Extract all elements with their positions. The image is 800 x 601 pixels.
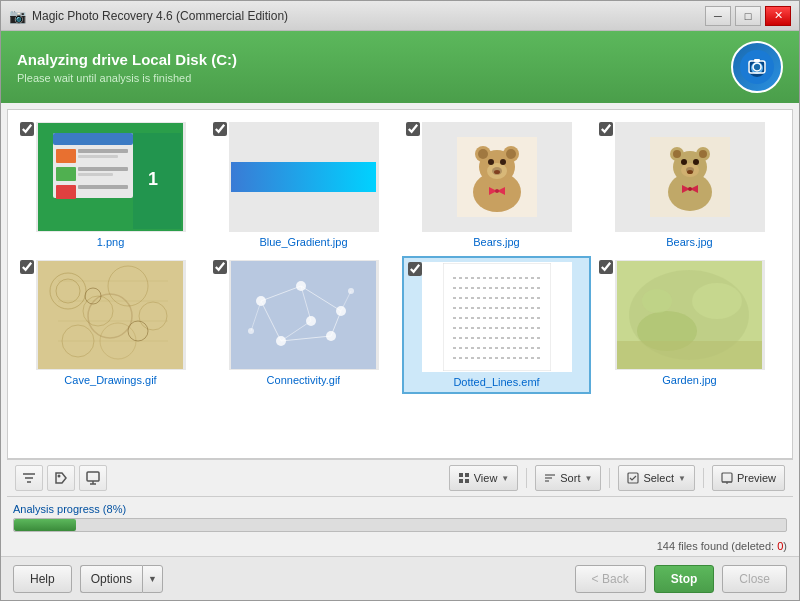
status-suffix: ): [783, 540, 787, 552]
status-bar: 144 files found (deleted: 0): [1, 538, 799, 556]
options-button[interactable]: Options: [80, 565, 142, 593]
svg-point-32: [494, 170, 500, 174]
svg-rect-17: [78, 185, 128, 189]
sort-dropdown[interactable]: Sort ▼: [535, 465, 601, 491]
main-content: 1 1.png Blue_Gradient.jpg: [1, 103, 799, 600]
thumbnail-item[interactable]: Garden.jpg: [595, 256, 784, 394]
toolbar-right: View ▼ Sort ▼: [449, 465, 785, 491]
view-arrow: ▼: [501, 474, 509, 483]
connectivity-preview: [231, 261, 376, 369]
export-icon: [86, 471, 100, 485]
options-button-wrap: Options ▼: [80, 565, 163, 593]
garden-preview: [617, 261, 762, 369]
svg-rect-98: [617, 341, 762, 369]
back-button[interactable]: < Back: [575, 565, 646, 593]
filter-icon: [22, 471, 36, 485]
gradient-preview: [231, 162, 376, 192]
minimize-button[interactable]: ─: [705, 6, 731, 26]
svg-rect-84: [443, 263, 551, 371]
filter-button[interactable]: [15, 465, 43, 491]
svg-rect-13: [56, 167, 76, 181]
help-button[interactable]: Help: [13, 565, 72, 593]
thumb-checkbox-2[interactable]: [213, 122, 227, 136]
select-dropdown[interactable]: Select ▼: [618, 465, 695, 491]
thumbnail-area[interactable]: 1 1.png Blue_Gradient.jpg: [7, 109, 793, 459]
svg-rect-109: [459, 479, 463, 483]
thumb-image-2: [229, 122, 379, 232]
svg-point-103: [58, 475, 61, 478]
thumb-label-1: 1.png: [97, 236, 125, 248]
status-text: 144 files found (deleted:: [657, 540, 777, 552]
thumb-checkbox-7[interactable]: [408, 262, 422, 276]
view-icon: [458, 472, 470, 484]
svg-rect-12: [78, 155, 118, 158]
cave-preview: [38, 261, 183, 369]
svg-point-30: [500, 159, 506, 165]
bear-preview-1: [457, 137, 537, 217]
svg-point-75: [296, 281, 306, 291]
thumbnail-item[interactable]: Cave_Drawings.gif: [16, 256, 205, 394]
progress-label: Analysis progress (8%): [13, 503, 787, 515]
preview-label: Preview: [737, 472, 776, 484]
stop-button[interactable]: Stop: [654, 565, 715, 593]
svg-point-29: [488, 159, 494, 165]
svg-rect-9: [53, 133, 133, 145]
svg-point-26: [478, 149, 488, 159]
thumbnail-item[interactable]: Blue_Gradient.jpg: [209, 118, 398, 252]
options-dropdown-arrow[interactable]: ▼: [142, 565, 163, 593]
view-label: View: [474, 472, 498, 484]
svg-point-35: [495, 189, 499, 193]
thumbnail-item[interactable]: 1 1.png: [16, 118, 205, 252]
toolbar-divider-2: [609, 468, 610, 488]
dotted-preview: [443, 263, 551, 371]
svg-point-77: [276, 336, 286, 346]
progress-bar-bg: [13, 518, 787, 532]
bear-preview-2: [650, 137, 730, 217]
thumb-label-6: Connectivity.gif: [267, 374, 341, 386]
thumbnail-item-selected[interactable]: Dotted_Lines.emf: [402, 256, 591, 394]
preview-button[interactable]: Preview: [712, 465, 785, 491]
close-button[interactable]: ✕: [765, 6, 791, 26]
main-window: 📷 Magic Photo Recovery 4.6 (Commercial E…: [0, 0, 800, 601]
header-section: Analyzing drive Local Disk (C:) Please w…: [1, 31, 799, 103]
thumb-image-5: [36, 260, 186, 370]
analysis-subtext: Please wait until analysis is finished: [17, 72, 237, 84]
thumb-image-8: [615, 260, 765, 370]
view-dropdown[interactable]: View ▼: [449, 465, 519, 491]
analysis-heading: Analyzing drive Local Disk (C:): [17, 51, 237, 68]
thumb-checkbox-5[interactable]: [20, 260, 34, 274]
thumb-image-7: [422, 262, 572, 372]
thumb-checkbox-8[interactable]: [599, 260, 613, 274]
progress-bar-fill: [14, 519, 76, 531]
thumbnail-item[interactable]: Bears.jpg: [595, 118, 784, 252]
thumb-checkbox-1[interactable]: [20, 122, 34, 136]
svg-rect-104: [87, 472, 99, 481]
sort-label: Sort: [560, 472, 580, 484]
thumb-label-4: Bears.jpg: [666, 236, 712, 248]
svg-rect-16: [56, 185, 76, 199]
title-bar-left: 📷 Magic Photo Recovery 4.6 (Commercial E…: [9, 8, 288, 24]
thumb-checkbox-6[interactable]: [213, 260, 227, 274]
sort-arrow: ▼: [584, 474, 592, 483]
tag-button[interactable]: [47, 465, 75, 491]
title-bar: 📷 Magic Photo Recovery 4.6 (Commercial E…: [1, 1, 799, 31]
thumb-label-8: Garden.jpg: [662, 374, 716, 386]
svg-point-47: [687, 170, 693, 174]
image-preview-1png: 1: [38, 123, 183, 231]
svg-rect-15: [78, 173, 113, 176]
thumb-image-1: 1: [36, 122, 186, 232]
close-button-footer[interactable]: Close: [722, 565, 787, 593]
export-button[interactable]: [79, 465, 107, 491]
toolbar-divider-1: [526, 468, 527, 488]
svg-point-97: [692, 283, 742, 319]
thumbnail-item[interactable]: Connectivity.gif: [209, 256, 398, 394]
svg-point-79: [306, 316, 316, 326]
svg-point-50: [688, 187, 692, 191]
tag-icon: [54, 471, 68, 485]
maximize-button[interactable]: □: [735, 6, 761, 26]
thumb-image-4: [615, 122, 765, 232]
thumb-checkbox-3[interactable]: [406, 122, 420, 136]
thumbnail-item[interactable]: Bears.jpg: [402, 118, 591, 252]
thumb-checkbox-4[interactable]: [599, 122, 613, 136]
svg-rect-115: [722, 473, 732, 482]
